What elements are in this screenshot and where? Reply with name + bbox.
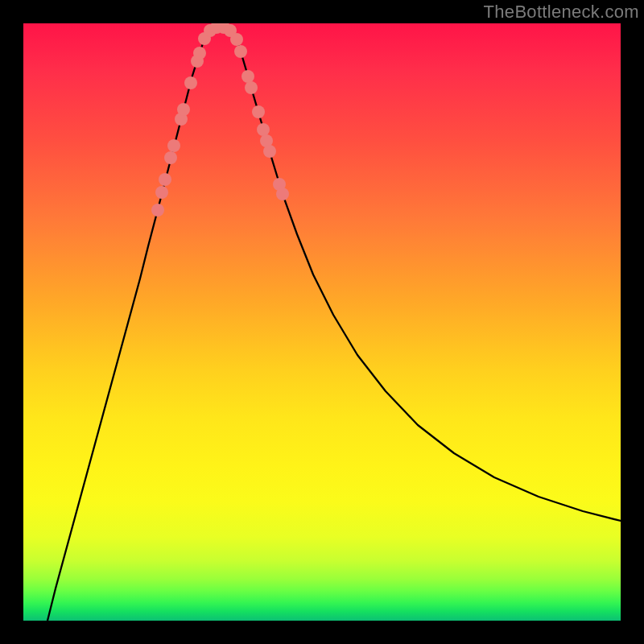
data-marker <box>257 123 270 136</box>
data-marker <box>242 70 254 83</box>
data-marker <box>263 145 276 158</box>
data-marker <box>230 33 243 46</box>
data-marker <box>155 186 168 199</box>
watermark-text: TheBottleneck.com <box>484 2 639 23</box>
data-marker <box>177 103 190 116</box>
chart-svg <box>23 23 621 621</box>
data-marker <box>151 204 164 217</box>
data-marker <box>184 76 197 89</box>
data-marker <box>276 188 289 200</box>
data-marker <box>234 45 247 58</box>
data-marker <box>167 139 180 152</box>
chart-container: TheBottleneck.com <box>0 0 644 644</box>
bottleneck-curve <box>47 27 621 621</box>
data-marker <box>252 105 265 118</box>
data-marker <box>159 173 171 186</box>
data-marker <box>164 151 177 164</box>
plot-area <box>23 23 621 621</box>
marker-group <box>151 23 289 217</box>
data-marker <box>245 81 258 94</box>
data-marker <box>193 47 206 60</box>
curve-group <box>47 27 621 621</box>
